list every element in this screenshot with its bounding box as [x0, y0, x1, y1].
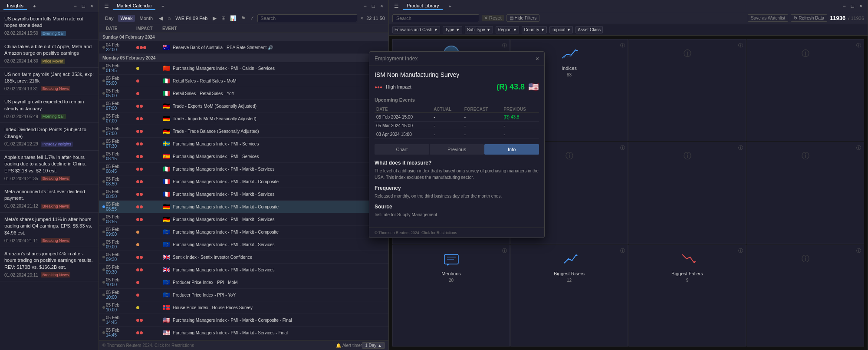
insights-maximize-btn[interactable]: □ [80, 2, 87, 10]
calendar-flag-icon[interactable]: ⚑ [240, 14, 247, 22]
news-item[interactable]: Index Dividend Drop Points (Subject to C… [0, 123, 99, 151]
product-card-biggest-fallers[interactable]: ⓘ Biggest Fallers 9 [628, 244, 746, 347]
calendar-next-btn[interactable]: ▶ [211, 14, 218, 22]
calendar-row[interactable]: 05 Feb09:30 🇬🇧 Purchasing Managers Index… [99, 264, 388, 276]
product-card-info-icon[interactable]: ⓘ [856, 42, 861, 49]
insights-add-tab[interactable]: + [30, 3, 39, 10]
news-item[interactable]: Apple's shares fell 1.7% in after-hours … [0, 151, 99, 185]
calendar-day-btn[interactable]: Day [102, 15, 116, 22]
news-item[interactable]: Amazon's shares jumped 4% in after-hours… [0, 247, 99, 281]
calendar-row[interactable]: 05 Feb05:00 🇮🇹 Retail Sales - Retail Sal… [99, 75, 388, 87]
news-item[interactable]: Meta announced its first-ever dividend p… [0, 185, 99, 213]
calendar-alert-btn[interactable]: 🔔 Alert timer [336, 343, 362, 348]
calendar-row[interactable]: 05 Feb09:30 🇬🇧 Sentix Index - Sentix Inv… [99, 251, 388, 264]
product-card-info-icon[interactable]: ⓘ [738, 42, 743, 49]
product-maximize-btn[interactable]: □ [849, 2, 856, 10]
product-refresh-btn[interactable]: ↻ Refresh Data [791, 14, 827, 22]
calendar-tab[interactable]: Market Calendar [113, 2, 155, 10]
product-card-mentions[interactable]: ⓘ Mentions 20 [392, 244, 510, 347]
modal-tab-info[interactable]: Info [484, 144, 539, 155]
calendar-row[interactable]: 05 Feb09:00 🇪🇺 Purchasing Managers Index… [99, 238, 388, 251]
calendar-add-tab[interactable]: + [158, 3, 168, 10]
filter-region[interactable]: Region ▼ [496, 26, 519, 33]
filter-topical[interactable]: Topical ▼ [549, 26, 573, 33]
insights-tab[interactable]: Insights [3, 2, 27, 10]
calendar-month-btn[interactable]: Month [137, 15, 155, 22]
calendar-minimize-btn[interactable]: − [362, 2, 368, 10]
product-card-info-icon[interactable]: ⓘ [620, 145, 625, 151]
calendar-home-btn[interactable]: ⌂ [166, 14, 172, 22]
product-hide-filters-btn[interactable]: ▤ Hide Filters [506, 14, 539, 22]
filter-country[interactable]: Country ▼ [522, 26, 547, 33]
news-item[interactable]: Meta's shares jumped 11% in after-hours … [0, 213, 99, 247]
filter-asset-class[interactable]: Asset Class [575, 26, 603, 33]
calendar-row[interactable]: 05 Feb10:00 🇳🇴 House Price Index - House… [99, 301, 388, 314]
product-card-info-icon[interactable]: ⓘ [738, 248, 743, 254]
calendar-row[interactable]: 05 Feb08:55 🇩🇪 Purchasing Managers Index… [99, 201, 388, 213]
product-close-btn[interactable]: × [858, 2, 864, 10]
filter-forwards-and-cash[interactable]: Forwards and Cash ▼ [392, 26, 440, 33]
modal-tab-previous[interactable]: Previous [430, 144, 484, 155]
calendar-row[interactable]: 04 Feb22:00 🇦🇺 Reserve Bank of Australia… [99, 41, 388, 54]
modal-tab-chart[interactable]: Chart [375, 144, 429, 155]
product-minimize-btn[interactable]: − [841, 2, 848, 10]
product-card-info-icon[interactable]: ⓘ [620, 248, 625, 254]
product-card-card3[interactable]: ⓘ ⓘ [628, 39, 746, 141]
product-card-card4[interactable]: ⓘ ⓘ [746, 39, 864, 141]
calendar-row[interactable]: 05 Feb07:30 🇸🇪 Purchasing Managers Index… [99, 138, 388, 150]
calendar-hamburger-icon[interactable]: ☰ [102, 2, 111, 10]
calendar-row[interactable]: 05 Feb08:15 🇪🇸 Purchasing Managers Index… [99, 150, 388, 163]
filter-type[interactable]: Type ▼ [443, 26, 462, 33]
news-item[interactable]: US payroll growth expected to remain ste… [0, 95, 99, 123]
calendar-row[interactable]: 05 Feb05:00 🇮🇹 Retail Sales - Retail Sal… [99, 87, 388, 100]
calendar-row[interactable]: 05 Feb10:00 🇪🇺 Producer Price Index - PP… [99, 276, 388, 289]
calendar-check-icon[interactable]: ✓ [249, 14, 256, 22]
calendar-timeframe-btn[interactable]: 1 Day ▲ [362, 342, 385, 349]
product-card-card7[interactable]: ⓘ ⓘ [628, 142, 746, 244]
insights-minimize-btn[interactable]: − [72, 2, 79, 10]
cal-row-indicator [102, 331, 105, 334]
product-tab[interactable]: Product Library [403, 2, 443, 10]
product-card-card8[interactable]: ⓘ ⓘ [746, 142, 864, 244]
calendar-row[interactable]: 05 Feb14:45 🇺🇸 Purchasing Managers Index… [99, 314, 388, 327]
product-card-info-icon[interactable]: ⓘ [738, 145, 743, 151]
calendar-row[interactable]: 05 Feb07:00 🇩🇪 Trade - Imports MoM (Seas… [99, 112, 388, 125]
product-card-info-icon[interactable]: ⓘ [502, 42, 507, 49]
product-card-info-icon[interactable]: ⓘ [856, 248, 861, 254]
calendar-close-btn[interactable]: × [378, 2, 385, 10]
product-add-tab[interactable]: + [445, 3, 455, 10]
product-card-card12[interactable]: ⓘ ⓘ [746, 244, 864, 347]
product-card-biggest-risers[interactable]: ⓘ Biggest Risers 12 [510, 244, 628, 347]
product-hamburger-icon[interactable]: ☰ [392, 2, 401, 10]
calendar-row[interactable]: 05 Feb08:50 🇫🇷 Purchasing Managers Index… [99, 175, 388, 188]
calendar-row[interactable]: 05 Feb08:55 🇩🇪 Purchasing Managers Index… [99, 213, 388, 226]
calendar-maximize-btn[interactable]: □ [370, 2, 377, 10]
calendar-row[interactable]: 05 Feb01:45 🇨🇳 Purchasing Managers Index… [99, 62, 388, 75]
calendar-row[interactable]: 05 Feb07:00 🇩🇪 Trade - Exports MoM (Seas… [99, 100, 388, 112]
product-save-watchlist-btn[interactable]: Save as Watchlist [748, 14, 788, 22]
calendar-row[interactable]: 05 Feb09:00 🇪🇺 Purchasing Managers Index… [99, 226, 388, 238]
calendar-row[interactable]: 05 Feb14:45 🇺🇸 Purchasing Managers Index… [99, 327, 388, 339]
product-card-info-icon[interactable]: ⓘ [856, 145, 861, 151]
cal-row-flag: 🇬🇧 [162, 267, 170, 272]
calendar-search-input[interactable] [257, 14, 357, 22]
calendar-row[interactable]: 05 Feb08:45 🇮🇹 Purchasing Managers Index… [99, 163, 388, 175]
calendar-search-clear-btn[interactable]: × [359, 14, 365, 22]
calendar-prev-btn[interactable]: ◀ [157, 14, 164, 22]
product-search-input[interactable] [392, 14, 479, 22]
product-card-info-icon[interactable]: ⓘ [620, 42, 625, 49]
calendar-row[interactable]: 05 Feb10:00 🇪🇺 Producer Price Index - PP… [99, 289, 388, 301]
modal-close-btn[interactable]: × [536, 55, 539, 62]
calendar-row[interactable]: 05 Feb07:00 🇩🇪 Trade - Trade Balance (Se… [99, 125, 388, 138]
filter-sub-type[interactable]: Sub Type ▼ [465, 26, 493, 33]
calendar-grid-icon[interactable]: ⊞ [220, 14, 227, 22]
news-item[interactable]: US payrolls boom kills March rate cut ho… [0, 12, 99, 40]
calendar-row[interactable]: 05 Feb08:50 🇫🇷 Purchasing Managers Index… [99, 188, 388, 201]
news-item[interactable]: US non-farm payrolls (Jan) act: 353k, ex… [0, 68, 99, 96]
calendar-chart-icon[interactable]: 📊 [229, 14, 238, 22]
product-card-info-icon[interactable]: ⓘ [502, 248, 507, 254]
insights-close-btn[interactable]: × [89, 2, 95, 10]
calendar-week-btn[interactable]: Week [118, 15, 135, 22]
news-item[interactable]: China takes a bite out of Apple, Meta an… [0, 40, 99, 68]
product-search-clear-btn[interactable]: ✕ Reset [482, 15, 504, 21]
